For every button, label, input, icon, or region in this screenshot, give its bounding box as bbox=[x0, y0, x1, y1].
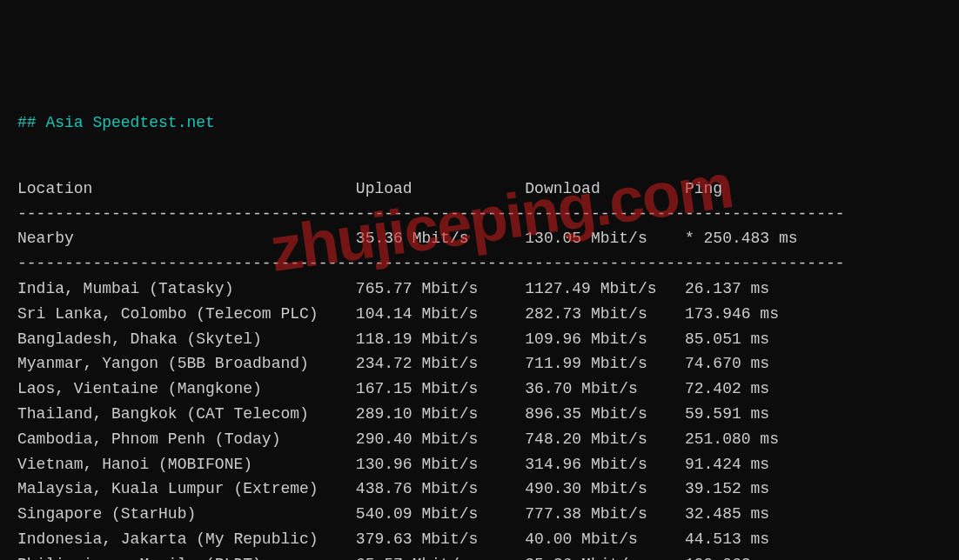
divider: ----------------------------------------… bbox=[17, 202, 942, 227]
table-row: Thailand, Bangkok (CAT Telecom) 289.10 M… bbox=[17, 402, 942, 427]
table-row: Sri Lanka, Colombo (Telecom PLC) 104.14 … bbox=[17, 302, 942, 327]
table-row: Philippines, Manila (PLDT) 65.57 Mbit/s … bbox=[17, 552, 942, 560]
table-row: Laos, Vientaine (Mangkone) 167.15 Mbit/s… bbox=[17, 377, 942, 402]
table-row: Malaysia, Kuala Lumpur (Extreme) 438.76 … bbox=[17, 477, 942, 502]
speedtest-table: Location Upload Download Ping-----------… bbox=[17, 177, 942, 560]
section-title: ## Asia Speedtest.net bbox=[17, 110, 942, 136]
table-row: Vietnam, Hanoi (MOBIFONE) 130.96 Mbit/s … bbox=[17, 452, 942, 477]
table-header: Location Upload Download Ping bbox=[17, 177, 942, 202]
table-row: India, Mumbai (Tatasky) 765.77 Mbit/s 11… bbox=[17, 277, 942, 302]
table-row: Indonesia, Jakarta (My Republic) 379.63 … bbox=[17, 527, 942, 552]
divider: ----------------------------------------… bbox=[17, 251, 942, 277]
table-row: Bangladesh, Dhaka (Skytel) 118.19 Mbit/s… bbox=[17, 327, 942, 352]
nearby-row: Nearby 35.36 Mbit/s 130.05 Mbit/s * 250.… bbox=[17, 226, 942, 251]
table-row: Myanmar, Yangon (5BB Broadband) 234.72 M… bbox=[17, 351, 942, 377]
table-row: Cambodia, Phnom Penh (Today) 290.40 Mbit… bbox=[17, 427, 942, 452]
table-row: Singapore (StarHub) 540.09 Mbit/s 777.38… bbox=[17, 502, 942, 527]
